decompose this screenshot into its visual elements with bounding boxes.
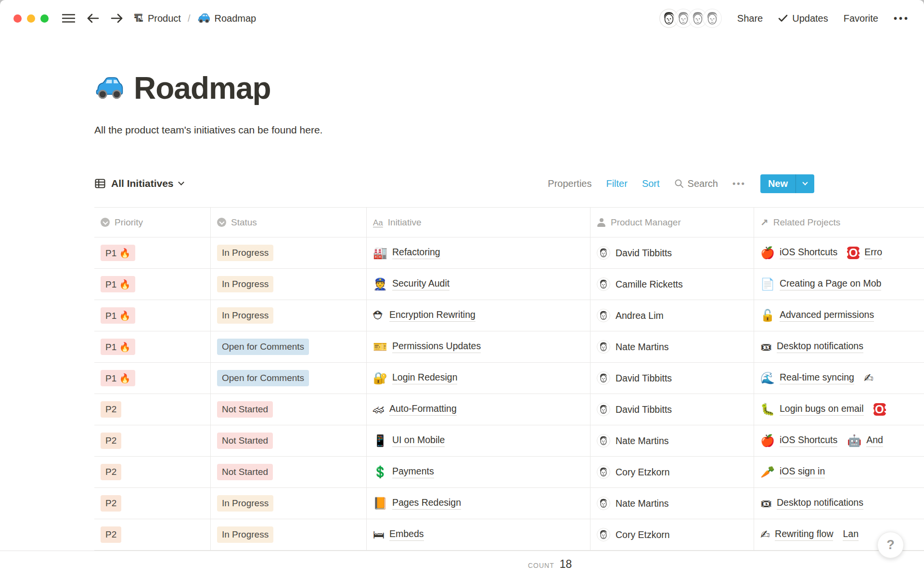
cell-initiative[interactable]: 🏭 Refactoring bbox=[367, 237, 590, 268]
search-button[interactable]: Search bbox=[674, 178, 718, 189]
cell-status[interactable]: In Progress bbox=[211, 519, 367, 550]
related-project-link[interactable]: Desktop notifications bbox=[777, 341, 863, 353]
cell-priority[interactable]: P1 🔥 bbox=[94, 363, 211, 394]
cell-product-manager[interactable]: Nate Martins bbox=[590, 331, 754, 362]
cell-status[interactable]: Not Started bbox=[211, 394, 367, 425]
cell-status[interactable]: Open for Comments bbox=[211, 363, 367, 394]
cell-initiative[interactable]: 📱 UI on Mobile bbox=[367, 425, 590, 456]
more-options-button[interactable]: ••• bbox=[894, 13, 910, 24]
back-button[interactable] bbox=[87, 13, 99, 24]
filter-button[interactable]: Filter bbox=[606, 178, 627, 189]
column-header[interactable]: Initiative bbox=[367, 208, 590, 237]
initiative-link[interactable]: Security Audit bbox=[392, 278, 449, 290]
related-project-link[interactable]: Creating a Page on Mob bbox=[780, 278, 881, 290]
initiative-link[interactable]: Pages Redesign bbox=[392, 497, 461, 510]
related-project-link[interactable]: Lan bbox=[843, 528, 859, 541]
breadcrumb-item-product[interactable]: 🏗 Product bbox=[134, 13, 181, 24]
view-more-button[interactable]: ••• bbox=[732, 179, 746, 189]
cell-related-projects[interactable]: 🥕 iOS sign in bbox=[754, 457, 924, 487]
cell-status[interactable]: Open for Comments bbox=[211, 331, 367, 362]
initiative-link[interactable]: UI on Mobile bbox=[392, 434, 445, 447]
related-project-link[interactable]: iOS Shortcuts bbox=[780, 247, 837, 259]
cell-product-manager[interactable]: Cory Etzkorn bbox=[590, 519, 754, 550]
cell-related-projects[interactable]: 🍎 iOS Shortcuts 🤖 And bbox=[754, 425, 924, 456]
cell-status[interactable]: In Progress bbox=[211, 300, 367, 331]
initiative-link[interactable]: Permissions Updates bbox=[392, 341, 481, 353]
related-project-link[interactable]: Login bugs on email bbox=[780, 403, 864, 416]
related-project-link[interactable]: Desktop notifications bbox=[777, 497, 863, 510]
page-icon-car[interactable] bbox=[94, 73, 124, 103]
cell-priority[interactable]: P1 🔥 bbox=[94, 300, 211, 331]
minimize-button[interactable] bbox=[27, 14, 35, 23]
cell-product-manager[interactable]: Nate Martins bbox=[590, 425, 754, 456]
cell-priority[interactable]: P2 bbox=[94, 457, 211, 487]
cell-initiative[interactable]: 🏎 Auto-Formatting bbox=[367, 394, 590, 425]
cell-product-manager[interactable]: David Tibbitts bbox=[590, 394, 754, 425]
column-header[interactable]: Related Projects bbox=[754, 208, 924, 237]
cell-initiative[interactable]: 🛏 Embeds bbox=[367, 519, 590, 550]
cell-priority[interactable]: P2 bbox=[94, 394, 211, 425]
share-button[interactable]: Share bbox=[737, 13, 763, 24]
initiative-link[interactable]: Payments bbox=[392, 466, 434, 478]
cell-priority[interactable]: P2 bbox=[94, 488, 211, 519]
related-project-link[interactable]: iOS sign in bbox=[780, 466, 825, 478]
new-dropdown-button[interactable] bbox=[796, 174, 814, 193]
cell-product-manager[interactable]: David Tibbitts bbox=[590, 363, 754, 394]
cell-status[interactable]: Not Started bbox=[211, 425, 367, 456]
cell-related-projects[interactable]: 🎟 Desktop notifications bbox=[754, 331, 924, 362]
related-project-link[interactable]: And bbox=[866, 434, 883, 447]
cell-related-projects[interactable]: 🐛 Login bugs on email SOS bbox=[754, 394, 924, 425]
zoom-button[interactable] bbox=[40, 14, 49, 23]
related-project-link[interactable]: Real-time syncing bbox=[780, 372, 854, 384]
sidebar-toggle-button[interactable] bbox=[62, 13, 75, 23]
cell-product-manager[interactable]: Andrea Lim bbox=[590, 300, 754, 331]
related-project-link[interactable]: Rewriting flow bbox=[775, 528, 833, 541]
column-header[interactable]: Status bbox=[211, 208, 367, 237]
cell-status[interactable]: In Progress bbox=[211, 269, 367, 300]
related-project-link[interactable]: Advanced permissions bbox=[780, 309, 874, 322]
cell-related-projects[interactable]: 🌊 Real-time syncing ✍ bbox=[754, 363, 924, 394]
cell-initiative[interactable]: ⛑ Encryption Rewriting bbox=[367, 300, 590, 331]
cell-product-manager[interactable]: David Tibbitts bbox=[590, 237, 754, 268]
help-button[interactable]: ? bbox=[877, 532, 904, 558]
cell-related-projects[interactable]: 🔓 Advanced permissions bbox=[754, 300, 924, 331]
cell-product-manager[interactable]: Cory Etzkorn bbox=[590, 457, 754, 487]
sort-button[interactable]: Sort bbox=[642, 178, 660, 189]
column-header[interactable]: Product Manager bbox=[590, 208, 754, 237]
forward-button[interactable] bbox=[111, 13, 123, 24]
cell-product-manager[interactable]: Camille Ricketts bbox=[590, 269, 754, 300]
updates-button[interactable]: Updates bbox=[778, 13, 828, 24]
cell-status[interactable]: In Progress bbox=[211, 237, 367, 268]
cell-initiative[interactable]: 📙 Pages Redesign bbox=[367, 488, 590, 519]
cell-status[interactable]: Not Started bbox=[211, 457, 367, 487]
close-button[interactable] bbox=[13, 14, 22, 23]
cell-priority[interactable]: P2 bbox=[94, 519, 211, 550]
cell-initiative[interactable]: 🔐 Login Redesign bbox=[367, 363, 590, 394]
initiative-link[interactable]: Login Redesign bbox=[392, 372, 458, 384]
breadcrumb-item-roadmap[interactable]: Roadmap bbox=[197, 13, 257, 24]
column-header[interactable]: Priority bbox=[94, 208, 211, 237]
cell-status[interactable]: In Progress bbox=[211, 488, 367, 519]
cell-priority[interactable]: P1 🔥 bbox=[94, 269, 211, 300]
related-project-link[interactable]: Erro bbox=[864, 247, 882, 259]
related-project-link[interactable]: iOS Shortcuts bbox=[780, 434, 837, 447]
view-switcher-button[interactable]: All Initiatives bbox=[94, 178, 183, 189]
cell-related-projects[interactable]: 📄 Creating a Page on Mob bbox=[754, 269, 924, 300]
cell-initiative[interactable]: 🎫 Permissions Updates bbox=[367, 331, 590, 362]
initiative-link[interactable]: Encryption Rewriting bbox=[389, 309, 475, 322]
avatar[interactable] bbox=[703, 9, 722, 28]
cell-priority[interactable]: P1 🔥 bbox=[94, 237, 211, 268]
properties-button[interactable]: Properties bbox=[548, 178, 591, 189]
initiative-link[interactable]: Auto-Formatting bbox=[389, 403, 457, 416]
initiative-link[interactable]: Refactoring bbox=[392, 247, 440, 259]
initiative-link[interactable]: Embeds bbox=[389, 528, 424, 541]
cell-priority[interactable]: P1 🔥 bbox=[94, 331, 211, 362]
cell-related-projects[interactable]: 🎟 Desktop notifications bbox=[754, 488, 924, 519]
cell-initiative[interactable]: 💲 Payments bbox=[367, 457, 590, 487]
new-button[interactable]: New bbox=[760, 174, 796, 193]
cell-related-projects[interactable]: 🍎 iOS Shortcuts SOS Erro bbox=[754, 237, 924, 268]
cell-product-manager[interactable]: Nate Martins bbox=[590, 488, 754, 519]
favorite-button[interactable]: Favorite bbox=[844, 13, 878, 24]
cell-priority[interactable]: P2 bbox=[94, 425, 211, 456]
cell-initiative[interactable]: 👮 Security Audit bbox=[367, 269, 590, 300]
